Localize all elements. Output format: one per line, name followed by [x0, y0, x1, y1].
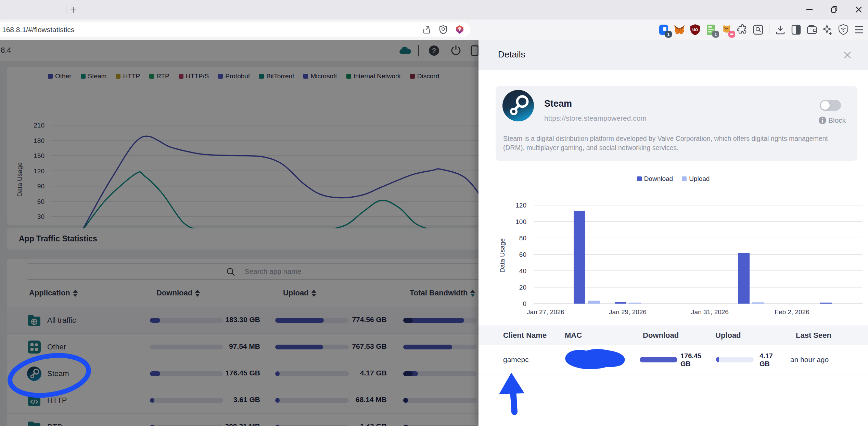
block-label: Block [828, 116, 846, 124]
tab-divider [66, 5, 66, 14]
upload-bar-1 [588, 301, 600, 304]
minimize-button[interactable] [802, 3, 817, 16]
y-tick: 80 [519, 235, 526, 242]
close-window-button[interactable] [851, 3, 867, 16]
app-name: Steam [544, 98, 572, 109]
extension-badge: 1 [712, 31, 719, 38]
search-box-icon [753, 24, 764, 35]
legend-label: Upload [689, 175, 710, 183]
details-close-button[interactable] [842, 50, 853, 61]
app-description: Steam is a digital distribution platform… [503, 134, 849, 152]
client-download-value: 176.45GB [680, 352, 701, 368]
sidebar-button[interactable] [790, 24, 802, 36]
url-text: 168.8.1/#/flowstatistics [2, 26, 421, 34]
legend-item-upload[interactable]: Upload [682, 175, 710, 183]
wallet-icon [806, 25, 817, 35]
vpn-button[interactable] [837, 24, 850, 36]
client-upload-value: 4.17GB [760, 352, 773, 368]
sidebar-icon [791, 24, 801, 35]
client-column-client-name: Client Name [503, 331, 547, 340]
download-bar-1 [574, 211, 585, 304]
share-button[interactable] [421, 24, 433, 36]
client-name: gamepc [503, 356, 529, 364]
wallet-button[interactable] [806, 24, 818, 36]
legend-item-download[interactable]: Download [637, 175, 673, 183]
info-icon[interactable] [819, 117, 826, 124]
restore-icon [830, 5, 839, 14]
ublock-extension-icon[interactable]: UO [689, 24, 701, 36]
legend-swatch [682, 176, 687, 181]
extension-badge: 1 [665, 31, 672, 38]
download-icon [775, 24, 786, 35]
download-bar-2 [615, 302, 626, 304]
y-tick: 100 [515, 218, 526, 225]
share-icon [422, 25, 432, 35]
legend-swatch [637, 176, 642, 181]
y-tick: 20 [519, 284, 526, 291]
y-tick: 60 [519, 251, 526, 258]
client-column-mac: MAC [565, 331, 582, 340]
shield-wifi-icon [838, 24, 848, 36]
client-row[interactable]: gamepc 176.45GB 4.17GB an hour ago [478, 345, 868, 374]
restore-button[interactable] [826, 3, 842, 16]
menu-button[interactable] [853, 24, 865, 36]
search-tabs-button[interactable] [752, 24, 764, 36]
ublock-shield-icon: UO [690, 24, 700, 36]
y-axis-label: Data Usage [499, 238, 506, 272]
steam-logo [502, 90, 534, 121]
plus-icon [69, 6, 77, 14]
close-icon [842, 50, 853, 61]
brave-rewards-button[interactable] [454, 24, 465, 36]
minimize-icon [805, 5, 814, 14]
puzzle-icon [737, 24, 748, 35]
shield-icon [438, 25, 448, 35]
toolbar-separator [769, 25, 769, 34]
client-upload-bar [716, 357, 754, 362]
y-tick: 40 [519, 267, 526, 275]
green-extension-icon[interactable]: 1 [705, 24, 717, 36]
password-manager-extension-icon[interactable]: 1 [658, 24, 670, 36]
block-label-row: Block [819, 116, 846, 124]
browser-titlebar [0, 0, 868, 19]
download-bar-5 [738, 253, 750, 304]
client-column-upload: Upload [715, 331, 741, 340]
minus-icon [730, 34, 733, 35]
y-tick: 120 [515, 202, 526, 209]
downloads-button[interactable] [774, 24, 787, 36]
ublock-text: UO [692, 28, 698, 32]
sparkle-icon [822, 24, 833, 35]
client-column-last-seen: Last Seen [796, 331, 831, 340]
bar-chart-legend: DownloadUpload [478, 175, 868, 183]
x-tick: Jan 29, 2026 [609, 308, 647, 316]
download-bar-7 [820, 303, 832, 304]
brave-lion-icon [455, 25, 464, 35]
extensions-button[interactable] [736, 24, 749, 36]
blocker-extension-icon[interactable] [720, 24, 733, 36]
details-drawer: Details Steam https://store.steampowered… [478, 40, 868, 426]
browser-window: 168.8.1/#/flowstatistics 1 UO [0, 0, 868, 426]
toggle-knob [821, 101, 830, 110]
upload-bar-5 [752, 302, 764, 304]
block-toggle[interactable] [820, 100, 841, 111]
details-title: Details [498, 49, 525, 60]
address-bar[interactable]: 168.8.1/#/flowstatistics [0, 22, 470, 37]
hamburger-icon [854, 25, 864, 34]
details-header: Details [478, 40, 868, 70]
client-table-header: Client NameMACDownloadUploadLast Seen [478, 325, 868, 345]
client-last-seen: an hour ago [790, 356, 829, 364]
usage-bar-chart: 020406080100120Jan 27, 2026Jan 29, 2026J… [499, 190, 868, 322]
browser-toolbar: 168.8.1/#/flowstatistics 1 UO [0, 19, 868, 40]
brave-shields-button[interactable] [437, 24, 449, 36]
legend-label: Download [644, 175, 673, 183]
metamask-extension-icon[interactable] [673, 24, 686, 36]
leo-ai-button[interactable] [821, 24, 834, 36]
fox-icon [674, 24, 685, 35]
y-tick: 0 [523, 300, 526, 307]
x-tick: Jan 31, 2026 [691, 308, 729, 316]
app-url[interactable]: https://store.steampowered.com [544, 114, 647, 122]
x-tick: Feb 2, 2026 [775, 308, 809, 316]
upload-bar-2 [629, 303, 641, 304]
app-info-card: Steam https://store.steampowered.com Blo… [496, 86, 857, 161]
x-tick: Jan 27, 2026 [527, 308, 564, 316]
new-tab-button[interactable] [69, 6, 77, 14]
